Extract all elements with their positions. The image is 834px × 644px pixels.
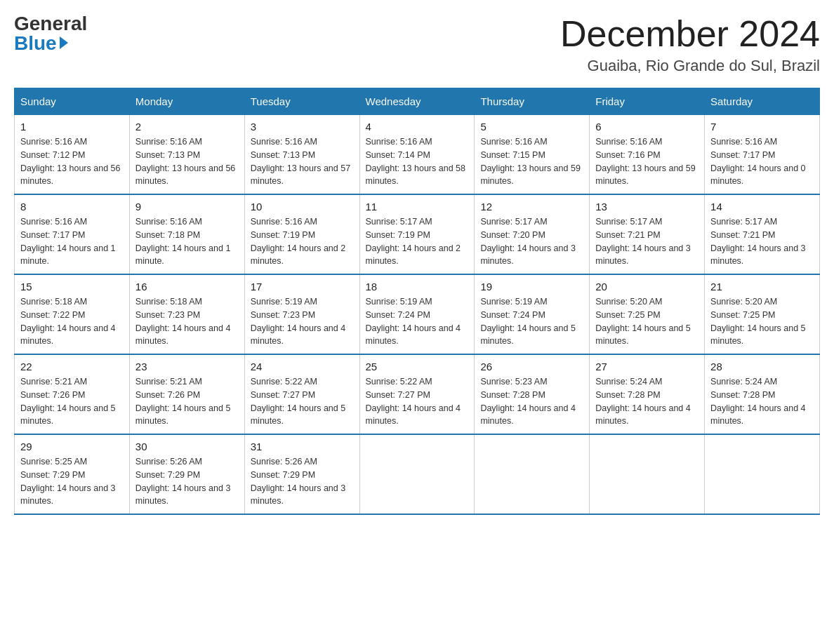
day-info: Sunrise: 5:16 AMSunset: 7:13 PMDaylight:… xyxy=(251,135,354,188)
calendar-table: SundayMondayTuesdayWednesdayThursdayFrid… xyxy=(14,88,820,515)
day-number: 11 xyxy=(366,201,469,213)
day-number: 29 xyxy=(20,441,124,452)
calendar-cell: 24 Sunrise: 5:22 AMSunset: 7:27 PMDaylig… xyxy=(244,354,359,434)
calendar-cell: 13 Sunrise: 5:17 AMSunset: 7:21 PMDaylig… xyxy=(590,194,705,274)
day-info: Sunrise: 5:22 AMSunset: 7:27 PMDaylight:… xyxy=(251,375,354,428)
day-number: 4 xyxy=(366,121,469,133)
day-number: 27 xyxy=(595,361,699,373)
calendar-cell: 18 Sunrise: 5:19 AMSunset: 7:24 PMDaylig… xyxy=(359,274,475,354)
calendar-cell: 10 Sunrise: 5:16 AMSunset: 7:19 PMDaylig… xyxy=(244,194,359,274)
day-number: 19 xyxy=(480,281,583,293)
calendar-cell: 25 Sunrise: 5:22 AMSunset: 7:27 PMDaylig… xyxy=(359,354,475,434)
day-number: 6 xyxy=(595,121,699,133)
calendar-cell: 22 Sunrise: 5:21 AMSunset: 7:26 PMDaylig… xyxy=(15,354,130,434)
day-number: 7 xyxy=(710,121,814,133)
header-day-thursday: Thursday xyxy=(475,88,590,115)
header-day-monday: Monday xyxy=(129,88,244,115)
day-info: Sunrise: 5:24 AMSunset: 7:28 PMDaylight:… xyxy=(710,375,814,428)
day-info: Sunrise: 5:16 AMSunset: 7:18 PMDaylight:… xyxy=(135,215,239,268)
day-number: 8 xyxy=(20,201,124,213)
calendar-cell: 14 Sunrise: 5:17 AMSunset: 7:21 PMDaylig… xyxy=(705,194,820,274)
day-info: Sunrise: 5:23 AMSunset: 7:28 PMDaylight:… xyxy=(480,375,583,428)
day-info: Sunrise: 5:16 AMSunset: 7:17 PMDaylight:… xyxy=(710,135,814,188)
day-number: 21 xyxy=(710,281,814,293)
day-number: 2 xyxy=(135,121,239,133)
calendar-cell: 15 Sunrise: 5:18 AMSunset: 7:22 PMDaylig… xyxy=(15,274,130,354)
day-info: Sunrise: 5:20 AMSunset: 7:25 PMDaylight:… xyxy=(710,295,814,348)
day-info: Sunrise: 5:17 AMSunset: 7:19 PMDaylight:… xyxy=(366,215,469,268)
calendar-cell xyxy=(705,434,820,514)
calendar-cell: 6 Sunrise: 5:16 AMSunset: 7:16 PMDayligh… xyxy=(590,115,705,195)
calendar-cell xyxy=(590,434,705,514)
day-number: 17 xyxy=(251,281,354,293)
calendar-cell: 31 Sunrise: 5:26 AMSunset: 7:29 PMDaylig… xyxy=(244,434,359,514)
logo-blue-text: Blue xyxy=(14,34,57,53)
day-number: 20 xyxy=(595,281,699,293)
day-info: Sunrise: 5:18 AMSunset: 7:23 PMDaylight:… xyxy=(135,295,239,348)
header-day-friday: Friday xyxy=(590,88,705,115)
calendar-cell: 28 Sunrise: 5:24 AMSunset: 7:28 PMDaylig… xyxy=(705,354,820,434)
day-info: Sunrise: 5:25 AMSunset: 7:29 PMDaylight:… xyxy=(20,455,124,508)
day-number: 3 xyxy=(251,121,354,133)
calendar-cell: 9 Sunrise: 5:16 AMSunset: 7:18 PMDayligh… xyxy=(129,194,244,274)
day-info: Sunrise: 5:17 AMSunset: 7:21 PMDaylight:… xyxy=(710,215,814,268)
day-info: Sunrise: 5:16 AMSunset: 7:14 PMDaylight:… xyxy=(366,135,469,188)
calendar-cell: 30 Sunrise: 5:26 AMSunset: 7:29 PMDaylig… xyxy=(129,434,244,514)
calendar-week-row: 29 Sunrise: 5:25 AMSunset: 7:29 PMDaylig… xyxy=(15,434,820,514)
day-info: Sunrise: 5:17 AMSunset: 7:21 PMDaylight:… xyxy=(595,215,699,268)
calendar-cell: 3 Sunrise: 5:16 AMSunset: 7:13 PMDayligh… xyxy=(244,115,359,195)
day-info: Sunrise: 5:16 AMSunset: 7:17 PMDaylight:… xyxy=(20,215,124,268)
logo-triangle-icon xyxy=(60,36,68,49)
calendar-cell: 19 Sunrise: 5:19 AMSunset: 7:24 PMDaylig… xyxy=(475,274,590,354)
calendar-cell: 21 Sunrise: 5:20 AMSunset: 7:25 PMDaylig… xyxy=(705,274,820,354)
day-info: Sunrise: 5:16 AMSunset: 7:13 PMDaylight:… xyxy=(135,135,239,188)
page-header: General Blue December 2024 Guaiba, Rio G… xyxy=(14,14,820,75)
day-number: 1 xyxy=(20,121,124,133)
logo-general-text: General xyxy=(14,14,87,34)
month-title: December 2024 xyxy=(560,14,820,54)
calendar-cell: 5 Sunrise: 5:16 AMSunset: 7:15 PMDayligh… xyxy=(475,115,590,195)
header-day-saturday: Saturday xyxy=(705,88,820,115)
calendar-cell: 8 Sunrise: 5:16 AMSunset: 7:17 PMDayligh… xyxy=(15,194,130,274)
day-info: Sunrise: 5:21 AMSunset: 7:26 PMDaylight:… xyxy=(20,375,124,428)
calendar-header-row: SundayMondayTuesdayWednesdayThursdayFrid… xyxy=(15,88,820,115)
calendar-cell: 16 Sunrise: 5:18 AMSunset: 7:23 PMDaylig… xyxy=(129,274,244,354)
day-info: Sunrise: 5:22 AMSunset: 7:27 PMDaylight:… xyxy=(366,375,469,428)
location-text: Guaiba, Rio Grande do Sul, Brazil xyxy=(560,57,820,75)
calendar-cell: 11 Sunrise: 5:17 AMSunset: 7:19 PMDaylig… xyxy=(359,194,475,274)
calendar-cell: 27 Sunrise: 5:24 AMSunset: 7:28 PMDaylig… xyxy=(590,354,705,434)
calendar-cell: 17 Sunrise: 5:19 AMSunset: 7:23 PMDaylig… xyxy=(244,274,359,354)
day-info: Sunrise: 5:26 AMSunset: 7:29 PMDaylight:… xyxy=(135,455,239,508)
day-number: 24 xyxy=(251,361,354,373)
day-info: Sunrise: 5:19 AMSunset: 7:23 PMDaylight:… xyxy=(251,295,354,348)
calendar-week-row: 15 Sunrise: 5:18 AMSunset: 7:22 PMDaylig… xyxy=(15,274,820,354)
day-info: Sunrise: 5:16 AMSunset: 7:15 PMDaylight:… xyxy=(480,135,583,188)
day-number: 25 xyxy=(366,361,469,373)
day-number: 14 xyxy=(710,201,814,213)
day-info: Sunrise: 5:17 AMSunset: 7:20 PMDaylight:… xyxy=(480,215,583,268)
calendar-cell xyxy=(475,434,590,514)
header-day-wednesday: Wednesday xyxy=(359,88,475,115)
calendar-week-row: 22 Sunrise: 5:21 AMSunset: 7:26 PMDaylig… xyxy=(15,354,820,434)
day-number: 26 xyxy=(480,361,583,373)
day-number: 16 xyxy=(135,281,239,293)
day-number: 9 xyxy=(135,201,239,213)
day-info: Sunrise: 5:24 AMSunset: 7:28 PMDaylight:… xyxy=(595,375,699,428)
day-number: 30 xyxy=(135,441,239,452)
day-number: 15 xyxy=(20,281,124,293)
day-number: 31 xyxy=(251,441,354,452)
header-day-sunday: Sunday xyxy=(15,88,130,115)
day-number: 22 xyxy=(20,361,124,373)
calendar-cell: 7 Sunrise: 5:16 AMSunset: 7:17 PMDayligh… xyxy=(705,115,820,195)
day-number: 28 xyxy=(710,361,814,373)
calendar-cell xyxy=(359,434,475,514)
day-number: 12 xyxy=(480,201,583,213)
day-info: Sunrise: 5:19 AMSunset: 7:24 PMDaylight:… xyxy=(480,295,583,348)
header-day-tuesday: Tuesday xyxy=(244,88,359,115)
day-info: Sunrise: 5:19 AMSunset: 7:24 PMDaylight:… xyxy=(366,295,469,348)
calendar-cell: 26 Sunrise: 5:23 AMSunset: 7:28 PMDaylig… xyxy=(475,354,590,434)
title-block: December 2024 Guaiba, Rio Grande do Sul,… xyxy=(560,14,820,75)
calendar-week-row: 8 Sunrise: 5:16 AMSunset: 7:17 PMDayligh… xyxy=(15,194,820,274)
day-info: Sunrise: 5:16 AMSunset: 7:19 PMDaylight:… xyxy=(251,215,354,268)
day-info: Sunrise: 5:16 AMSunset: 7:12 PMDaylight:… xyxy=(20,135,124,188)
